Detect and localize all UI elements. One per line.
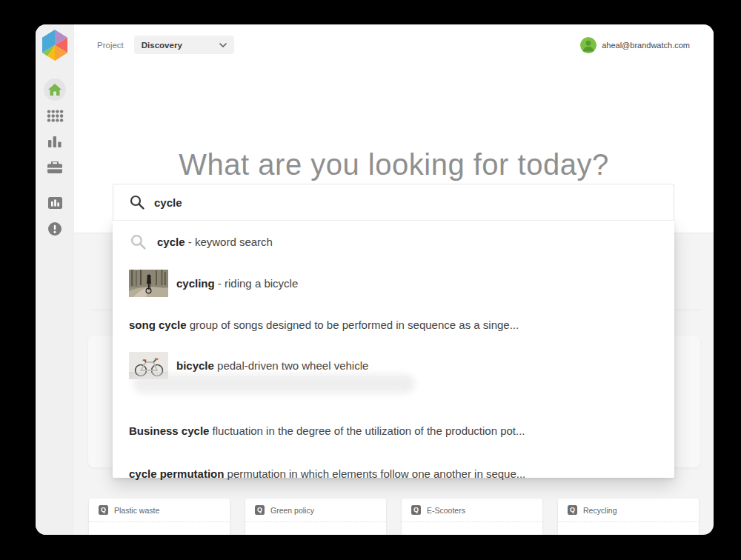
page-title: What are you looking for today? bbox=[74, 148, 714, 181]
query-card-header: Q Recycling bbox=[558, 499, 699, 522]
suggestion-item-song-cycle[interactable]: song cycle group of songs designed to be… bbox=[113, 304, 674, 345]
briefcase-icon bbox=[47, 161, 62, 173]
app-window: Project Discovery aheal@brandwatch.com W… bbox=[36, 24, 714, 535]
suggestion-text: cycle - keyword search bbox=[157, 236, 273, 248]
sidebar-item-apps[interactable] bbox=[36, 104, 74, 127]
sidebar-item-alerts[interactable] bbox=[36, 217, 74, 241]
project-selector-value: Discovery bbox=[142, 41, 182, 50]
query-card-recycling[interactable]: Q Recycling bbox=[558, 499, 699, 535]
suggestion-item-business-cycle[interactable]: Business cycle fluctuation in the degree… bbox=[113, 408, 674, 453]
query-card-green-policy[interactable]: Q Green policy bbox=[245, 499, 386, 535]
suggestion-text: Business cycle fluctuation in the degree… bbox=[129, 424, 525, 437]
user-account[interactable]: aheal@brandwatch.com bbox=[580, 37, 690, 53]
query-icon: Q bbox=[411, 505, 421, 515]
suggestion-text: bicycle pedal-driven two wheel vehicle bbox=[176, 359, 368, 372]
search-icon bbox=[130, 234, 148, 250]
chevron-down-icon bbox=[219, 43, 227, 47]
dots-grid-icon bbox=[47, 110, 64, 122]
query-card-label: Plastic waste bbox=[114, 506, 159, 515]
search-input[interactable] bbox=[154, 196, 674, 209]
suggestion-text: cycling - riding a bicycle bbox=[176, 277, 298, 290]
suggestion-text: cycle permutation permutation in which e… bbox=[129, 467, 525, 480]
query-card-label: Green policy bbox=[270, 506, 314, 515]
sidebar-nav bbox=[36, 78, 74, 241]
hover-smudge bbox=[133, 374, 415, 393]
project-label: Project bbox=[97, 41, 124, 50]
search-icon bbox=[130, 195, 144, 210]
sidebar-item-dashboards[interactable] bbox=[36, 191, 74, 215]
query-card-plastic-waste[interactable]: Q Plastic waste bbox=[89, 499, 230, 535]
search-suggestions-dropdown: cycle - keyword search bbox=[113, 221, 674, 478]
sidebar-item-home[interactable] bbox=[36, 78, 74, 101]
dashboard-chart-icon bbox=[48, 197, 62, 209]
query-icon: Q bbox=[568, 505, 577, 515]
sidebar-item-analytics[interactable] bbox=[36, 130, 74, 153]
project-selector[interactable]: Discovery bbox=[134, 36, 234, 54]
query-card-label: E-Scooters bbox=[427, 506, 465, 515]
query-card-e-scooters[interactable]: Q E-Scooters bbox=[402, 499, 542, 535]
query-card-label: Recycling bbox=[583, 506, 617, 515]
sidebar bbox=[36, 24, 74, 535]
suggestion-item-cycling[interactable]: cycling - riding a bicycle bbox=[113, 262, 674, 304]
query-card-header: Q E-Scooters bbox=[402, 499, 542, 522]
person-icon bbox=[580, 37, 597, 53]
query-card-header: Q Plastic waste bbox=[89, 499, 230, 522]
query-icon: Q bbox=[255, 505, 265, 515]
brandwatch-logo[interactable] bbox=[40, 29, 70, 61]
suggestion-text: song cycle group of songs designed to be… bbox=[129, 319, 519, 331]
suggestion-item-cycle-permutation[interactable]: cycle permutation permutation in which e… bbox=[113, 453, 674, 495]
user-email: aheal@brandwatch.com bbox=[602, 41, 690, 50]
avatar[interactable] bbox=[580, 37, 597, 53]
cycling-photo-thumbnail bbox=[129, 270, 168, 297]
bar-chart-icon bbox=[48, 136, 62, 147]
brandwatch-logo-icon bbox=[40, 29, 70, 61]
sidebar-item-projects[interactable] bbox=[36, 156, 74, 179]
alert-icon bbox=[48, 222, 62, 236]
home-icon bbox=[48, 84, 62, 96]
query-card-header: Q Green policy bbox=[245, 499, 386, 522]
suggestion-item-keyword[interactable]: cycle - keyword search bbox=[113, 221, 674, 262]
search-box bbox=[113, 184, 674, 221]
query-icon: Q bbox=[99, 505, 108, 515]
topbar: Project Discovery aheal@brandwatch.com bbox=[74, 24, 714, 65]
